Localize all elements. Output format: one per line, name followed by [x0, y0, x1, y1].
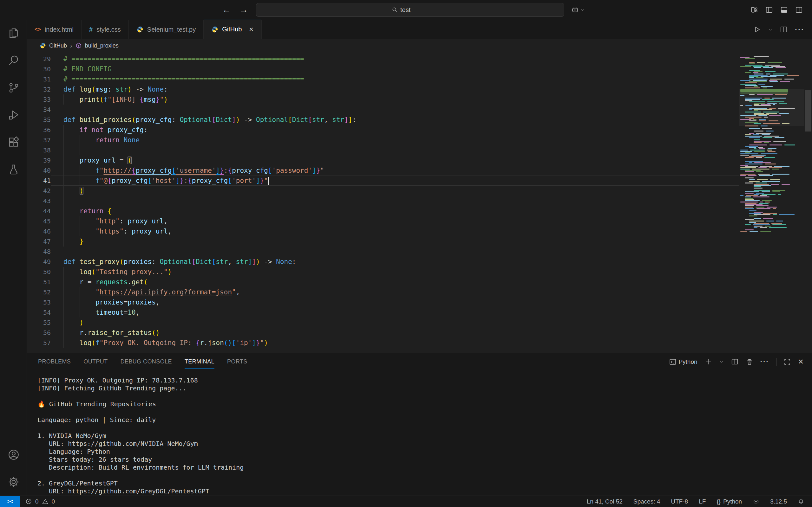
breadcrumb-symbol[interactable]: build_proxies — [85, 43, 119, 49]
tab-style-css[interactable]: # style.css — [82, 20, 129, 39]
breadcrumb-file[interactable]: GitHub — [49, 43, 67, 49]
minimap-line — [754, 73, 763, 74]
back-arrow-icon[interactable]: ← — [222, 5, 231, 14]
minimap-line — [764, 135, 779, 136]
code-line[interactable]: 37 return None — [27, 135, 739, 145]
editor-scrollbar[interactable] — [804, 52, 812, 353]
more-actions-icon[interactable]: ··· — [760, 358, 769, 366]
code-line[interactable]: 56 r.raise_for_status() — [27, 328, 739, 338]
accounts-button[interactable] — [0, 441, 27, 468]
run-python-file-button[interactable] — [753, 26, 761, 33]
tab-output[interactable]: OUTPUT — [84, 353, 107, 371]
command-center-search[interactable] — [256, 3, 564, 17]
toggle-secondary-sidebar-icon[interactable] — [795, 6, 803, 14]
sidebar-item-explorer[interactable] — [0, 20, 27, 47]
code-line[interactable]: 55 ) — [27, 318, 739, 328]
sidebar-item-search[interactable] — [0, 47, 27, 74]
code-line[interactable]: 30# END CONFIG — [27, 64, 739, 74]
code-line[interactable]: 43 — [27, 196, 739, 206]
forward-arrow-icon[interactable]: → — [239, 5, 248, 14]
tab-debug-console[interactable]: DEBUG CONSOLE — [120, 353, 172, 371]
more-actions-icon[interactable]: ··· — [795, 25, 804, 34]
minimap-line — [754, 139, 760, 140]
code-line[interactable]: 50 log("Testing proxy...") — [27, 267, 739, 277]
code-line[interactable]: 34 — [27, 105, 739, 115]
code-line[interactable]: 54 timeout=10, — [27, 307, 739, 318]
code-line[interactable]: 47 } — [27, 236, 739, 246]
settings-button[interactable] — [0, 468, 27, 496]
cursor-position[interactable]: Ln 41, Col 52 — [587, 498, 623, 505]
sidebar-item-extensions[interactable] — [0, 129, 27, 156]
minimap-line — [745, 100, 752, 101]
code-line[interactable]: 41 f"@{proxy_cfg['host']}:{proxy_cfg['po… — [27, 176, 739, 186]
minimap-line — [763, 88, 767, 89]
terminal-output[interactable]: [INFO] Proxy OK. Outgoing IP: 78.133.7.1… — [27, 371, 812, 496]
problems-status[interactable]: 0 0 — [26, 498, 55, 505]
breadcrumb-separator: › — [70, 42, 72, 49]
encoding[interactable]: UTF-8 — [671, 498, 688, 505]
code-line[interactable]: 46 "https": proxy_url, — [27, 226, 739, 236]
code-line[interactable]: 57 log(f"Proxy OK. Outgoing IP: {r.json(… — [27, 338, 739, 348]
code-line[interactable]: 42 ) — [27, 186, 739, 196]
minimap-line — [745, 229, 754, 230]
line-number: 44 — [27, 206, 51, 216]
chevron-down-icon[interactable] — [580, 8, 585, 12]
split-editor-icon[interactable] — [780, 25, 788, 34]
code-line[interactable]: 40 f"http://{proxy_cfg['username']}:{pro… — [27, 165, 739, 176]
code-line[interactable]: 36 if not proxy_cfg: — [27, 125, 739, 135]
sidebar-item-source-control[interactable] — [0, 74, 27, 101]
search-input[interactable] — [400, 6, 429, 14]
minimap-line — [749, 108, 767, 109]
code-line[interactable]: 32def log(msg: str) -> None: — [27, 84, 739, 95]
new-terminal-icon[interactable] — [705, 358, 712, 366]
tab-index-html[interactable]: <> index.html — [27, 20, 82, 39]
code-line[interactable]: 33 print(f"[INFO] {msg}") — [27, 95, 739, 105]
minimap-line — [765, 226, 771, 227]
code-editor[interactable]: 29# ====================================… — [27, 52, 812, 353]
maximize-panel-icon[interactable] — [783, 358, 791, 366]
code-line[interactable]: 44 return { — [27, 206, 739, 216]
kill-terminal-trash-icon[interactable] — [746, 358, 753, 366]
tab-terminal[interactable]: TERMINAL — [185, 353, 214, 371]
code-line[interactable]: 53 proxies=proxies, — [27, 297, 739, 307]
python-interpreter[interactable]: 3.12.5 — [770, 498, 787, 505]
minimap-line — [745, 196, 751, 198]
code-line[interactable]: 51 r = requests.get( — [27, 277, 739, 287]
minimap-line — [745, 152, 751, 153]
customize-layout-icon[interactable] — [750, 6, 758, 14]
code-line[interactable]: 35def build_proxies(proxy_cfg: Optional[… — [27, 115, 739, 125]
tab-selenium-test-py[interactable]: Selenium_test.py — [129, 20, 204, 39]
copilot-status[interactable] — [753, 498, 759, 505]
notifications-bell[interactable] — [798, 498, 804, 505]
close-tab-icon[interactable]: ✕ — [249, 26, 254, 33]
minimap-line — [749, 109, 752, 110]
code-line[interactable]: 39 proxy_url = ( — [27, 155, 739, 165]
tab-problems[interactable]: PROBLEMS — [38, 353, 71, 371]
toggle-panel-icon[interactable] — [780, 6, 788, 14]
indentation[interactable]: Spaces: 4 — [633, 498, 660, 505]
minimap[interactable] — [739, 52, 804, 353]
tab-ports[interactable]: PORTS — [227, 353, 247, 371]
code-line[interactable]: 49def test_proxy(proxies: Optional[Dict[… — [27, 257, 739, 267]
sidebar-item-testing[interactable] — [0, 156, 27, 183]
code-line[interactable]: 31# ====================================… — [27, 74, 739, 84]
code-line[interactable]: 29# ====================================… — [27, 54, 739, 64]
launch-profile-chevron-icon[interactable] — [719, 359, 724, 364]
close-panel-icon[interactable]: ✕ — [798, 358, 804, 366]
code-line[interactable]: 45 "http": proxy_url, — [27, 216, 739, 226]
toggle-primary-sidebar-icon[interactable] — [765, 6, 773, 14]
code-line[interactable]: 52 "https://api.ipify.org?format=json", — [27, 287, 739, 297]
tab-github[interactable]: GitHub ✕ — [204, 20, 261, 39]
language-mode[interactable]: {} Python — [716, 498, 742, 505]
sidebar-item-run-debug[interactable] — [0, 101, 27, 129]
copilot-icon[interactable] — [571, 6, 579, 14]
editor-scrollbar-thumb[interactable] — [805, 90, 811, 131]
eol-sequence[interactable]: LF — [699, 498, 706, 505]
line-number: 43 — [27, 196, 51, 206]
run-dropdown-chevron-icon[interactable] — [768, 27, 773, 32]
split-terminal-icon[interactable] — [731, 358, 739, 366]
code-line[interactable]: 38 — [27, 145, 739, 155]
terminal-shell-button[interactable]: Python — [669, 358, 697, 366]
code-line[interactable]: 48 — [27, 246, 739, 257]
remote-indicator[interactable]: >< — [0, 496, 20, 507]
